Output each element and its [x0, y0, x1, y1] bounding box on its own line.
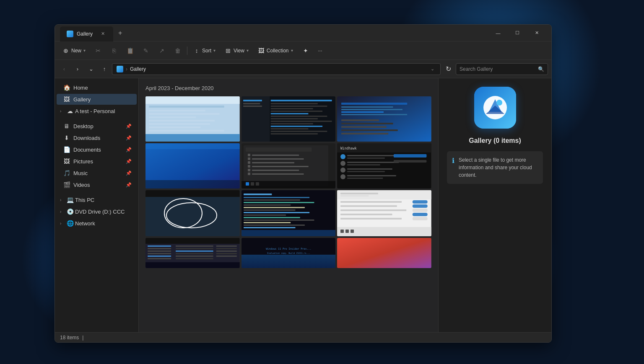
- tab-close-button[interactable]: ✕: [99, 30, 106, 37]
- sidebar-item-pictures[interactable]: 🖼 Pictures 📌: [57, 156, 137, 167]
- svg-rect-55: [248, 169, 250, 171]
- network-icon: 🌐: [67, 220, 73, 227]
- svg-rect-74: [347, 171, 385, 172]
- photo-thumb-7[interactable]: [145, 190, 240, 236]
- sidebar-item-gallery-label: Gallery: [73, 96, 91, 103]
- pictures-icon: 🖼: [63, 158, 70, 165]
- maximize-button[interactable]: ☐: [508, 26, 527, 40]
- svg-rect-47: [248, 154, 250, 156]
- svg-rect-56: [252, 170, 299, 171]
- rename-button: ✎: [138, 44, 153, 57]
- info-box: ℹ Select a single file to get more infor…: [447, 151, 543, 184]
- copy-button: ⎘: [106, 44, 122, 57]
- svg-rect-107: [413, 204, 428, 208]
- photo-thumb-1[interactable]: [145, 96, 240, 142]
- date-range-label: April 2023 - December 2020: [145, 85, 431, 91]
- svg-rect-16: [270, 108, 313, 109]
- svg-rect-6: [149, 120, 215, 121]
- photo-thumb-5[interactable]: [242, 143, 336, 188]
- close-button[interactable]: ✕: [527, 26, 546, 40]
- videos-icon: 🎬: [63, 181, 70, 188]
- more-button[interactable]: ···: [314, 44, 327, 57]
- collection-button[interactable]: 🖼 Collection ▾: [254, 44, 297, 57]
- svg-rect-71: [347, 164, 380, 165]
- svg-rect-124: [176, 248, 213, 249]
- sidebar-item-music-label: Music: [73, 170, 88, 176]
- sidebar-item-home[interactable]: 🏠 Home: [57, 82, 137, 93]
- path-gallery: Gallery: [130, 66, 146, 72]
- svg-rect-23: [270, 126, 322, 127]
- gallery-icon: 🖼: [63, 96, 70, 103]
- thumb-svg-7: [145, 190, 240, 236]
- svg-rect-54: [252, 166, 309, 167]
- search-box[interactable]: Search Gallery 🔍: [456, 63, 548, 75]
- sidebar-item-music[interactable]: 🎵 Music 📌: [57, 168, 137, 178]
- music-icon: 🎵: [63, 170, 70, 176]
- collection-icon: 🖼: [258, 47, 265, 54]
- sidebar-item-downloads[interactable]: ⬇ Downloads 📌: [57, 132, 137, 143]
- view-button[interactable]: ⊞ View ▾: [221, 44, 253, 57]
- svg-rect-89: [244, 204, 291, 206]
- sort-button[interactable]: ↕ Sort ▾: [189, 44, 220, 57]
- sidebar-spacer-2: [55, 191, 138, 194]
- sidebar-item-pictures-label: Pictures: [73, 158, 93, 165]
- svg-rect-77: [347, 178, 383, 179]
- svg-rect-57: [248, 173, 250, 175]
- this-pc-icon: 💻: [67, 196, 73, 203]
- svg-rect-79: [394, 160, 427, 163]
- sidebar-item-a-test[interactable]: › ☁ A test - Personal: [57, 106, 137, 116]
- paste-button: 📋: [122, 44, 138, 57]
- paste-icon: 📋: [127, 47, 133, 54]
- photo-thumb-3[interactable]: [337, 96, 431, 142]
- svg-text:Windows 11 Pro Insider Prev...: Windows 11 Pro Insider Prev...: [266, 247, 311, 250]
- minimize-button[interactable]: —: [488, 26, 508, 40]
- path-separator: ›: [126, 66, 127, 72]
- svg-rect-3: [149, 110, 205, 111]
- photo-thumb-10[interactable]: [145, 238, 240, 268]
- svg-rect-130: [176, 253, 213, 254]
- photo-thumb-9[interactable]: [337, 190, 431, 236]
- active-tab[interactable]: Gallery ✕: [60, 26, 113, 41]
- svg-rect-113: [413, 217, 428, 220]
- sidebar-item-network[interactable]: › 🌐 Network: [57, 218, 137, 229]
- photo-thumb-4[interactable]: [145, 143, 240, 188]
- refresh-button[interactable]: ↻: [442, 63, 454, 75]
- sidebar-item-gallery[interactable]: 🖼 Gallery: [57, 94, 137, 105]
- address-path[interactable]: › Gallery ⌄: [112, 63, 441, 75]
- add-tab-button[interactable]: +: [115, 28, 125, 39]
- thumb-svg-5: [242, 143, 336, 188]
- svg-rect-34: [341, 111, 384, 113]
- svg-rect-15: [270, 106, 327, 107]
- svg-rect-104: [340, 201, 402, 203]
- sidebar-item-desktop[interactable]: 🖥 Desktop 📌: [57, 121, 137, 132]
- photo-thumb-11[interactable]: Windows 11 Pro Insider Prev... Evaluatio…: [242, 238, 336, 268]
- svg-rect-40: [341, 133, 388, 134]
- photo-thumb-12[interactable]: [337, 238, 431, 268]
- share-button: ↗: [154, 44, 169, 57]
- photo-thumb-6[interactable]: Windhawk: [337, 143, 431, 188]
- sidebar-item-this-pc[interactable]: › 💻 This PC: [57, 194, 137, 205]
- svg-rect-116: [345, 230, 349, 233]
- dropdown-button[interactable]: ⌄: [85, 63, 97, 75]
- svg-rect-122: [216, 245, 236, 247]
- ai-button[interactable]: ✦: [298, 44, 313, 57]
- new-button[interactable]: ⊕ New ▾: [58, 44, 90, 57]
- forward-button[interactable]: ›: [72, 63, 83, 75]
- svg-rect-13: [270, 100, 332, 101]
- back-button: ‹: [58, 63, 70, 75]
- svg-rect-131: [216, 253, 236, 254]
- svg-rect-29: [243, 106, 262, 107]
- svg-rect-10: [145, 134, 240, 142]
- main-content: 🏠 Home 🖼 Gallery › ☁ A test - Personal 🖥…: [55, 78, 551, 332]
- photo-thumb-2[interactable]: [242, 96, 336, 142]
- sidebar-item-dvd-drive[interactable]: › 💿 DVD Drive (D:) CCC: [57, 206, 137, 217]
- a-test-expander-arrow: ›: [60, 109, 65, 114]
- dvd-icon: 💿: [67, 208, 73, 215]
- thumb-svg-3: [337, 96, 431, 142]
- up-button[interactable]: ↑: [99, 63, 110, 75]
- photo-thumb-8[interactable]: [242, 190, 336, 236]
- sidebar-item-videos[interactable]: 🎬 Videos 📌: [57, 179, 137, 190]
- svg-rect-9: [149, 130, 224, 132]
- downloads-pin-icon: 📌: [126, 135, 132, 141]
- sidebar-item-documents[interactable]: 📄 Documents 📌: [57, 144, 137, 155]
